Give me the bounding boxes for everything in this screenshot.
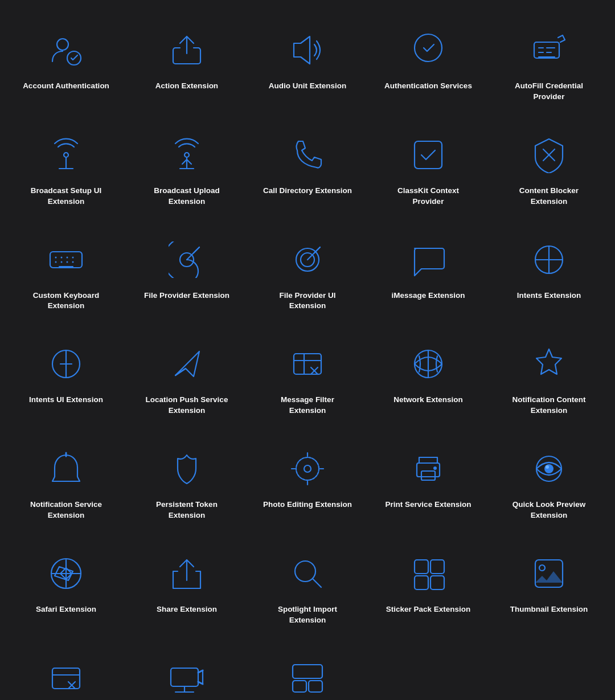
item-content-blocker-extension[interactable]: Content Blocker Extension xyxy=(489,116,609,221)
icon-sticker-pack-extension xyxy=(405,551,451,596)
icon-share-extension xyxy=(164,551,210,596)
svg-point-52 xyxy=(433,466,437,470)
item-custom-keyboard-extension[interactable]: Custom Keyboard Extension xyxy=(6,221,126,326)
icon-notification-content-extension xyxy=(526,341,572,387)
label-broadcast-upload-extension: Broadcast Upload Extension xyxy=(141,186,232,207)
icon-broadcast-upload-extension xyxy=(164,132,210,178)
icon-message-filter-extension xyxy=(285,341,330,387)
icon-autofill-credential-provider xyxy=(526,27,572,73)
item-notification-content-extension[interactable]: Notification Content Extension xyxy=(489,325,609,430)
svg-point-9 xyxy=(64,153,68,157)
item-action-extension[interactable]: Action Extension xyxy=(126,11,247,116)
svg-rect-66 xyxy=(430,576,444,590)
item-virtual-conference[interactable]: Virtual Conference xyxy=(126,640,247,700)
icon-spotlight-import-extension xyxy=(285,551,330,596)
label-content-blocker-extension: Content Blocker Extension xyxy=(503,186,594,207)
item-intents-extension[interactable]: Intents Extension xyxy=(489,221,609,326)
icon-location-push-service-extension xyxy=(164,341,210,387)
item-spotlight-import-extension[interactable]: Spotlight Import Extension xyxy=(247,535,368,640)
item-intents-ui-extension[interactable]: Intents UI Extension xyxy=(6,325,126,430)
svg-rect-3 xyxy=(534,42,559,58)
icon-photo-editing-extension xyxy=(285,446,330,492)
item-autofill-credential-provider[interactable]: AutoFill Credential Provider xyxy=(489,11,609,116)
item-classkit-context-provider[interactable]: ClassKit Context Provider xyxy=(368,116,489,221)
svg-rect-80 xyxy=(309,681,322,692)
label-autofill-credential-provider: AutoFill Credential Provider xyxy=(503,81,594,103)
label-photo-editing-extension: Photo Editing Extension xyxy=(263,500,352,510)
item-thumbnail-extension[interactable]: Thumbnail Extension xyxy=(489,535,609,640)
label-print-service-extension: Print Service Extension xyxy=(386,500,472,510)
icon-thumbnail-extension xyxy=(526,551,572,596)
icon-call-directory-extension xyxy=(285,132,330,178)
item-location-push-service-extension[interactable]: Location Push Service Extension xyxy=(126,325,247,430)
item-broadcast-setup-ui-extension[interactable]: Broadcast Setup UI Extension xyxy=(6,116,126,221)
item-share-extension[interactable]: Share Extension xyxy=(126,535,247,640)
svg-rect-79 xyxy=(293,681,306,692)
item-persistent-token-extension[interactable]: Persistent Token Extension xyxy=(126,430,247,535)
svg-marker-2 xyxy=(294,36,310,64)
svg-point-68 xyxy=(539,565,545,571)
svg-point-45 xyxy=(304,465,311,472)
icon-account-authentication xyxy=(43,27,89,73)
icon-audio-unit-extension xyxy=(285,27,330,73)
label-intents-ui-extension: Intents UI Extension xyxy=(29,395,103,406)
icon-print-service-extension xyxy=(405,446,451,492)
label-account-authentication: Account Authentication xyxy=(23,81,109,92)
item-call-directory-extension[interactable]: Call Directory Extension xyxy=(247,116,368,221)
icon-custom-keyboard-extension xyxy=(43,237,89,283)
item-file-provider-extension[interactable]: File Provider Extension xyxy=(126,221,247,326)
label-intents-extension: Intents Extension xyxy=(517,290,581,301)
svg-rect-15 xyxy=(415,141,442,169)
icon-action-extension xyxy=(164,27,210,73)
item-file-provider-ui-extension[interactable]: File Provider UI Extension xyxy=(247,221,368,326)
label-custom-keyboard-extension: Custom Keyboard Extension xyxy=(20,290,112,312)
svg-rect-65 xyxy=(415,576,428,590)
item-authentication-services[interactable]: Authentication Services xyxy=(368,11,489,116)
svg-point-44 xyxy=(296,457,319,480)
icon-network-extension xyxy=(405,341,451,387)
item-photo-editing-extension[interactable]: Photo Editing Extension xyxy=(247,430,368,535)
icon-safari-extension xyxy=(43,551,89,596)
icon-unwanted-communication xyxy=(43,656,89,700)
item-safari-extension[interactable]: Safari Extension xyxy=(6,535,126,640)
svg-rect-78 xyxy=(293,665,322,678)
icon-notification-service-extension xyxy=(43,446,89,492)
svg-rect-35 xyxy=(294,354,321,374)
icon-virtual-conference xyxy=(164,656,210,700)
label-sticker-pack-extension: Sticker Pack Extension xyxy=(386,604,471,615)
svg-point-0 xyxy=(57,39,68,50)
label-action-extension: Action Extension xyxy=(155,81,218,92)
svg-rect-63 xyxy=(415,560,428,574)
icon-persistent-token-extension xyxy=(164,446,210,492)
item-audio-unit-extension[interactable]: Audio Unit Extension xyxy=(247,11,368,116)
item-sticker-pack-extension[interactable]: Sticker Pack Extension xyxy=(368,535,489,640)
svg-rect-50 xyxy=(417,463,440,477)
icon-authentication-services xyxy=(405,27,451,73)
item-broadcast-upload-extension[interactable]: Broadcast Upload Extension xyxy=(126,116,247,221)
item-quick-look-preview-extension[interactable]: Quick Look Preview Extension xyxy=(489,430,609,535)
label-persistent-token-extension: Persistent Token Extension xyxy=(141,500,232,521)
icon-quick-look-preview-extension xyxy=(526,446,572,492)
item-imessage-extension[interactable]: iMessage Extension xyxy=(368,221,489,326)
item-unwanted-communication[interactable]: Unwanted Communication xyxy=(6,640,126,700)
svg-point-61 xyxy=(295,561,315,582)
icon-widget-extension xyxy=(285,656,330,700)
label-file-provider-extension: File Provider Extension xyxy=(144,290,229,301)
item-network-extension[interactable]: Network Extension xyxy=(368,325,489,430)
item-message-filter-extension[interactable]: Message Filter Extension xyxy=(247,325,368,430)
icon-content-blocker-extension xyxy=(526,132,572,178)
item-notification-service-extension[interactable]: Notification Service Extension xyxy=(6,430,126,535)
icon-intents-extension xyxy=(526,237,572,283)
label-location-push-service-extension: Location Push Service Extension xyxy=(141,395,232,416)
svg-rect-18 xyxy=(50,252,82,268)
svg-rect-64 xyxy=(430,560,444,574)
item-account-authentication[interactable]: Account Authentication xyxy=(6,11,126,116)
icon-file-provider-extension xyxy=(164,237,210,283)
item-print-service-extension[interactable]: Print Service Extension xyxy=(368,430,489,535)
label-call-directory-extension: Call Directory Extension xyxy=(263,186,352,197)
label-share-extension: Share Extension xyxy=(157,604,217,615)
label-message-filter-extension: Message Filter Extension xyxy=(262,395,353,416)
label-safari-extension: Safari Extension xyxy=(36,604,96,615)
label-audio-unit-extension: Audio Unit Extension xyxy=(269,81,347,92)
item-widget-extension[interactable]: Widget Extension xyxy=(247,640,368,700)
